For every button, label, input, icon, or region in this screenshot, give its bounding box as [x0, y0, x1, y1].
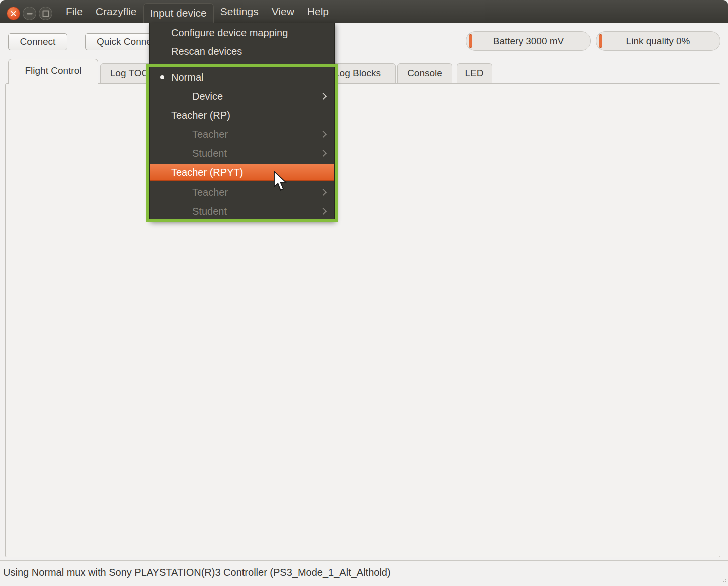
link-quality-progress-chunk	[599, 34, 602, 48]
menubar-item-settings[interactable]: Settings	[214, 0, 265, 23]
link-quality-label: Link quality 0%	[626, 36, 690, 46]
close-window-icon[interactable]: ✕	[7, 7, 20, 20]
tab-flight-control[interactable]: Flight Control	[8, 59, 98, 84]
submenu-arrow-icon	[320, 93, 327, 100]
flight-control-tab-page	[5, 83, 720, 557]
menu-item-teacher-6: Teacher	[150, 183, 334, 202]
menubar-item-input-device[interactable]: Input device	[143, 3, 214, 23]
statusbar-divider	[0, 560, 728, 561]
menu-item-normal-0[interactable]: Normal	[150, 68, 334, 87]
battery-progressbar: Battery 3000 mV	[466, 31, 591, 51]
menubar-item-view[interactable]: View	[265, 0, 301, 23]
tab-led[interactable]: LED	[457, 63, 492, 83]
menu-item-student-7: Student	[150, 202, 334, 221]
menubar: FileCrazyflieInput deviceSettingsViewHel…	[59, 0, 335, 23]
statusbar-text: Using Normal mux with Sony PLAYSTATION(R…	[3, 567, 391, 578]
menu-item-device-1[interactable]: Device	[150, 87, 334, 106]
menubar-item-crazyflie[interactable]: Crazyflie	[89, 0, 143, 23]
connect-button[interactable]: Connect	[8, 33, 67, 50]
menu-item-teacher-3: Teacher	[150, 125, 334, 144]
battery-progress-chunk	[469, 34, 472, 48]
menu-item-rescan-devices[interactable]: Rescan devices	[150, 42, 334, 61]
menubar-item-file[interactable]: File	[59, 0, 89, 23]
submenu-arrow-icon	[320, 150, 327, 157]
input-device-menu: Configure device mappingRescan devicesNo…	[149, 23, 335, 221]
maximize-window-icon[interactable]	[39, 7, 52, 20]
menu-item-teacher-rpyt-5[interactable]: Teacher (RPYT)	[150, 164, 334, 181]
minimize-glyph	[27, 13, 32, 14]
titlebar: ✕ FileCrazyflieInput deviceSettingsViewH…	[0, 0, 728, 23]
close-x-glyph: ✕	[10, 9, 17, 18]
menubar-item-help[interactable]: Help	[301, 0, 335, 23]
battery-label: Battery 3000 mV	[493, 36, 564, 46]
submenu-arrow-icon	[320, 208, 327, 215]
submenu-arrow-icon	[320, 189, 327, 196]
minimize-window-icon[interactable]	[23, 7, 36, 20]
crazyflie-client-window: ✕ FileCrazyflieInput deviceSettingsViewH…	[0, 0, 728, 586]
link-quality-progressbar: Link quality 0%	[596, 31, 720, 51]
menu-item-configure-device-mapping[interactable]: Configure device mapping	[150, 24, 334, 42]
tab-console[interactable]: Console	[397, 63, 452, 83]
radio-checked-icon	[160, 75, 164, 79]
menu-item-student-4: Student	[150, 144, 334, 163]
menu-item-teacher-rp-2[interactable]: Teacher (RP)	[150, 106, 334, 125]
submenu-arrow-icon	[320, 131, 327, 138]
maximize-glyph	[42, 10, 49, 17]
